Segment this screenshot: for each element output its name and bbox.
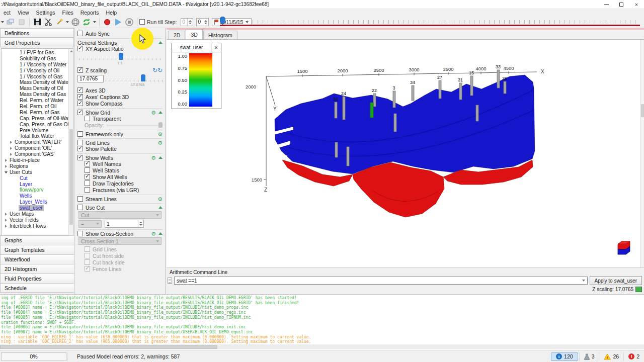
menu-settings[interactable]: Settings xyxy=(33,10,59,16)
well-marker[interactable] xyxy=(439,80,441,99)
well-marker[interactable] xyxy=(497,70,500,88)
sidebar-section-grid-properties[interactable]: Grid Properties xyxy=(0,38,74,47)
tree-item-total-flux-water[interactable]: Total flux Water xyxy=(2,133,68,139)
magic-wand-button[interactable] xyxy=(54,17,64,27)
expand-arrow-icon[interactable] xyxy=(4,225,9,228)
timeline-slider-handle[interactable] xyxy=(220,17,225,25)
tree-item-1-viscosity-of-gas[interactable]: 1 / Viscosity of Gas xyxy=(2,74,68,80)
scroll-up-icon[interactable] xyxy=(70,50,73,52)
menu-view[interactable]: View xyxy=(14,10,33,16)
slider-handle[interactable] xyxy=(141,74,145,81)
show-compass-checkbox[interactable] xyxy=(77,101,83,106)
record-button[interactable] xyxy=(102,17,112,27)
slider-handle[interactable] xyxy=(119,53,123,60)
well-marker[interactable] xyxy=(393,91,395,108)
orientation-cube-icon[interactable] xyxy=(618,241,630,254)
scrollbar-thumb[interactable] xyxy=(0,345,217,349)
copy-view-icon[interactable] xyxy=(6,17,16,27)
gear-icon[interactable]: ⚙ xyxy=(157,197,163,202)
well-names-checkbox[interactable] xyxy=(85,161,90,166)
menu-files[interactable]: Files xyxy=(59,10,77,16)
tree-item-pore-volume[interactable]: Pore Volume xyxy=(2,128,68,134)
wand-dropdown-icon[interactable] xyxy=(66,21,69,23)
tab-histogram[interactable]: Histogram xyxy=(203,31,237,39)
tree-item-mass-density-of-oil[interactable]: Mass Density of Oil xyxy=(2,85,68,92)
tree-item-cut[interactable]: Cut xyxy=(2,175,68,182)
sidebar-section-definitions[interactable]: Definitions xyxy=(0,28,74,38)
tab-2d[interactable]: 2D xyxy=(169,31,185,39)
gear-icon[interactable]: ⚙ xyxy=(157,140,163,145)
toolbar-dropdown-icon[interactable] xyxy=(1,21,4,23)
sidebar-section-schedule[interactable]: Schedule xyxy=(0,283,74,293)
tree-item-1-viscosity-of-water[interactable]: 1 / Viscosity of Water xyxy=(2,62,68,68)
timeline-track[interactable] xyxy=(227,20,639,24)
well-marker[interactable] xyxy=(470,76,473,96)
sidebar-section-graph-templates[interactable]: Graph Templates xyxy=(0,245,74,254)
expand-arrow-icon[interactable] xyxy=(4,213,9,216)
scrollbar-thumb[interactable] xyxy=(641,104,644,117)
tree-item-wells[interactable]: Wells xyxy=(2,193,68,199)
spinner-arrows-icon[interactable] xyxy=(187,19,193,26)
expand-arrow-icon[interactable] xyxy=(4,165,9,168)
tree-item-component-oil[interactable]: Component 'OIL' xyxy=(2,145,68,151)
play-button[interactable] xyxy=(113,17,123,27)
menu-ect[interactable]: ect xyxy=(0,10,14,16)
tree-item-1-viscosity-of-oil[interactable]: 1 / Viscosity of Oil xyxy=(2,68,68,74)
well-marker[interactable] xyxy=(373,94,376,107)
palette-legend[interactable]: swat_user × 1.000.750.500.250.00 xyxy=(172,43,221,109)
expand-arrow-icon[interactable] xyxy=(9,147,14,150)
show-wells-checkbox[interactable] xyxy=(77,155,83,160)
tree-item-cap-press-of-gas-oil[interactable]: Cap. Press. of Gas-Oil xyxy=(2,122,68,128)
z-scaling-slider[interactable] xyxy=(106,74,163,82)
xy-aspect-slider[interactable] xyxy=(79,53,160,61)
error-counter-button[interactable]: ! 2 xyxy=(623,352,644,361)
show-palette-checkbox[interactable] xyxy=(77,146,83,151)
axes-captions-checkbox[interactable] xyxy=(77,94,83,100)
expand-arrow-icon[interactable] xyxy=(4,219,9,222)
axes-3d-checkbox[interactable] xyxy=(77,87,83,93)
show-grid-checkbox[interactable] xyxy=(77,110,83,115)
sync-button[interactable] xyxy=(82,17,92,27)
save-button[interactable] xyxy=(32,17,42,27)
info-counter-button[interactable]: i 120 xyxy=(551,352,578,361)
well-marker-green[interactable] xyxy=(370,103,373,118)
well-marker[interactable] xyxy=(412,85,414,101)
spinner-arrows-icon[interactable] xyxy=(138,220,143,227)
well-marker[interactable] xyxy=(476,105,478,121)
close-button[interactable]: × xyxy=(629,0,644,9)
sidebar-section-waterflood[interactable]: Waterflood xyxy=(0,254,74,264)
sync-dropdown-icon[interactable] xyxy=(93,21,96,23)
tree-item-swat-user[interactable]: swat_user xyxy=(2,205,68,211)
tree-item-rel-perm-of-water[interactable]: Rel. Perm. of Water xyxy=(2,98,68,104)
warning-counter-button[interactable]: ! 26 xyxy=(599,352,623,361)
viewport-scrollbar[interactable] xyxy=(640,40,644,267)
current-step-spinner[interactable]: 0 xyxy=(196,18,209,26)
tree-vertical-scrollbar[interactable] xyxy=(68,49,73,249)
use-cut-checkbox[interactable] xyxy=(77,205,83,210)
sidebar-section-2d-histogram[interactable]: 2D Histogram xyxy=(0,264,74,274)
tree-item-interblock-flows[interactable]: Interblock Flows xyxy=(2,223,68,229)
apply-button[interactable]: Apply to swat_user xyxy=(590,276,642,285)
tree-item-component-gas[interactable]: Component 'GAS' xyxy=(2,151,68,157)
sidebar-section-graphs[interactable]: Graphs xyxy=(0,235,74,245)
gear-icon[interactable]: ⚙ xyxy=(157,132,163,137)
well-marker[interactable] xyxy=(343,97,345,120)
tree-item-user-cuts[interactable]: User Cuts xyxy=(2,169,68,175)
fractures-checkbox[interactable] xyxy=(85,187,90,193)
collapse-icon[interactable] xyxy=(158,232,163,235)
tree-item-vector-fields[interactable]: Vector Fields xyxy=(2,217,68,223)
cut-value-spinner[interactable]: 1 xyxy=(105,220,144,228)
expand-arrow-icon[interactable] xyxy=(4,159,9,162)
scrollbar-thumb[interactable] xyxy=(69,129,73,225)
show-all-wells-checkbox[interactable] xyxy=(85,174,90,179)
collapse-icon[interactable] xyxy=(158,206,163,209)
3d-viewport[interactable]: X Y Z 2000 1500 150020002500300035004000… xyxy=(167,40,644,267)
collapse-icon[interactable] xyxy=(158,111,163,114)
z-scaling-checkbox[interactable] xyxy=(77,67,83,73)
tree-item-layer-wells[interactable]: Layer_Wells xyxy=(2,199,68,205)
command-input[interactable]: swat ==1 xyxy=(174,277,588,285)
transparent-checkbox[interactable] xyxy=(85,116,90,121)
well-marker[interactable] xyxy=(504,81,506,94)
spinner-arrows-icon[interactable] xyxy=(203,19,208,26)
well-marker[interactable] xyxy=(335,142,338,157)
